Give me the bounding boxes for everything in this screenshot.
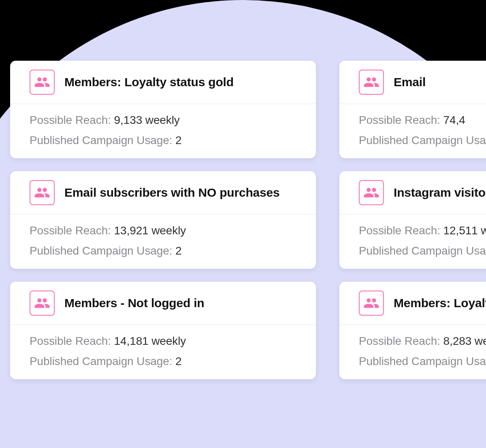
possible-reach-row: Possible Reach: 8,283 wee — [359, 335, 486, 348]
segment-card-header: Members - Not logged in — [10, 282, 316, 325]
segment-card[interactable]: Members: Loyalty status gold Possible Re… — [10, 61, 316, 158]
possible-reach-value: 74,4 — [443, 114, 465, 126]
people-icon — [359, 70, 384, 95]
segment-card-body: Possible Reach: 13,921 weekly Published … — [10, 214, 316, 269]
possible-reach-value: 14,181 weekly — [114, 335, 186, 347]
published-usage-label: Published Campaign Usage: — [30, 134, 172, 147]
segment-title: Members: Loyalty status gold — [64, 75, 234, 89]
possible-reach-row: Possible Reach: 9,133 weekly — [30, 114, 296, 127]
segment-cards-grid: Members: Loyalty status gold Possible Re… — [10, 61, 486, 379]
segment-card-body: Possible Reach: 8,283 wee Published Camp… — [339, 325, 486, 379]
people-icon — [30, 70, 55, 95]
published-usage-row: Published Campaign Usage: 2 — [30, 244, 296, 257]
segment-card[interactable]: Email subscribers with NO purchases Poss… — [10, 171, 316, 269]
segment-title: Members: Loyalty — [394, 296, 486, 310]
published-usage-label: Published Campaign Usage: — [359, 134, 486, 147]
possible-reach-label: Possible Reach: — [359, 114, 440, 126]
published-usage-label: Published Campaign Usage: — [359, 244, 486, 257]
published-usage-row: Published Campaign Usage: — [359, 355, 486, 368]
segment-card[interactable]: Email Possible Reach: 74,4 Published Cam… — [339, 61, 486, 158]
segment-title: Email subscribers with NO purchases — [64, 186, 280, 200]
possible-reach-label: Possible Reach: — [359, 335, 440, 347]
segment-title: Email — [394, 75, 426, 89]
segment-title: Members - Not logged in — [64, 296, 204, 310]
possible-reach-value: 9,133 weekly — [114, 114, 180, 126]
segment-card-body: Possible Reach: 14,181 weekly Published … — [10, 325, 316, 379]
published-usage-label: Published Campaign Usage: — [359, 355, 486, 367]
published-usage-row: Published Campaign Usage: 2 — [30, 355, 296, 368]
published-usage-value: 2 — [175, 244, 181, 257]
segment-card[interactable]: Instagram visitors Possible Reach: 12,51… — [339, 171, 486, 269]
segment-card-header: Members: Loyalty — [339, 282, 486, 325]
segment-card-body: Possible Reach: 12,511 we Published Camp… — [339, 214, 486, 269]
published-usage-row: Published Campaign Usage: — [359, 244, 486, 257]
possible-reach-row: Possible Reach: 14,181 weekly — [30, 335, 296, 348]
segment-card-header: Email — [339, 61, 486, 104]
published-usage-label: Published Campaign Usage: — [30, 244, 172, 257]
people-icon — [359, 291, 384, 316]
possible-reach-row: Possible Reach: 74,4 — [359, 114, 486, 127]
people-icon — [30, 291, 55, 316]
possible-reach-label: Possible Reach: — [359, 224, 440, 237]
segment-card-header: Members: Loyalty status gold — [10, 61, 316, 104]
segment-card-header: Instagram visitors — [339, 171, 486, 214]
segment-card-header: Email subscribers with NO purchases — [10, 171, 316, 214]
segment-card-body: Possible Reach: 74,4 Published Campaign … — [339, 104, 486, 158]
segment-card[interactable]: Members - Not logged in Possible Reach: … — [10, 282, 316, 379]
segment-card[interactable]: Members: Loyalty Possible Reach: 8,283 w… — [339, 282, 486, 379]
published-usage-row: Published Campaign Usage: 2 — [30, 134, 296, 147]
possible-reach-row: Possible Reach: 12,511 we — [359, 224, 486, 237]
published-usage-row: Published Campaign Usage: — [359, 134, 486, 147]
people-icon — [30, 180, 55, 205]
segment-title: Instagram visitors — [394, 186, 486, 200]
possible-reach-label: Possible Reach: — [30, 114, 111, 126]
segment-card-body: Possible Reach: 9,133 weekly Published C… — [10, 104, 316, 158]
possible-reach-value: 12,511 we — [443, 224, 486, 237]
possible-reach-label: Possible Reach: — [30, 335, 111, 347]
possible-reach-label: Possible Reach: — [30, 224, 111, 237]
published-usage-value: 2 — [175, 355, 181, 367]
published-usage-value: 2 — [175, 134, 181, 147]
people-icon — [359, 180, 384, 205]
possible-reach-value: 13,921 weekly — [114, 224, 186, 237]
possible-reach-row: Possible Reach: 13,921 weekly — [30, 224, 296, 237]
published-usage-label: Published Campaign Usage: — [30, 355, 172, 367]
possible-reach-value: 8,283 wee — [443, 335, 486, 347]
